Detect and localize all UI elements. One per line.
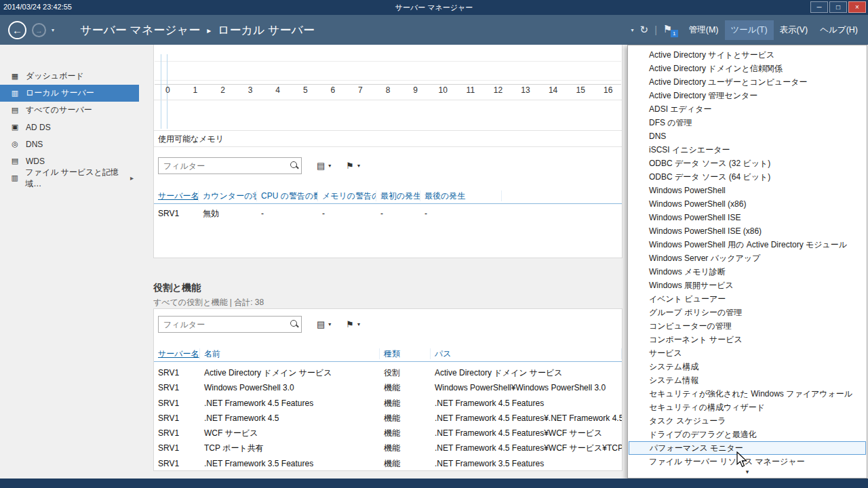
axis-tick-label: 14 (539, 85, 567, 95)
tools-menu-item[interactable]: Windows PowerShell ISE (x86) (629, 224, 866, 238)
tools-menu-item[interactable]: イベント ビューアー (629, 292, 866, 306)
chart-series-label[interactable]: 使用可能なメモリ (154, 130, 622, 147)
tools-menu-item[interactable]: Windows PowerShell (x86) (629, 197, 866, 211)
scope-caret-icon[interactable]: ▾ (631, 27, 634, 33)
tools-menu-item[interactable]: Windows PowerShell (629, 184, 866, 197)
tools-menu-item[interactable]: DFS の管理 (629, 116, 866, 129)
column-header[interactable]: 最初の発生 (376, 190, 420, 201)
nav-menu-item[interactable]: 表示(V) (774, 20, 814, 40)
filter-input[interactable] (158, 316, 302, 333)
cell-path: Active Directory ドメイン サービス (431, 365, 622, 380)
breadcrumb-current[interactable]: ローカル サーバー (218, 22, 315, 38)
tools-menu-item[interactable]: iSCSI イニシエーター (629, 143, 866, 157)
tools-menu-item[interactable]: Windows メモリ診断 (629, 265, 866, 279)
minimize-button[interactable]: ─ (810, 1, 828, 13)
tools-menu-item[interactable]: Windows 展開サービス (629, 279, 866, 292)
tools-menu-item[interactable]: セキュリティが強化された Windows ファイアウォール (629, 387, 866, 401)
breadcrumb-root[interactable]: サーバー マネージャー (80, 22, 200, 38)
table-row[interactable]: SRV1 .NET Framework 3.5 Features 機能 .NET… (154, 456, 622, 471)
forward-button[interactable]: → (32, 23, 46, 37)
tasks-button[interactable]: ⚑ ▾ (346, 319, 360, 329)
sidebar-item[interactable]: ◎ DNS ▸ (0, 136, 139, 152)
tools-menu-item[interactable]: サービス (629, 346, 866, 360)
column-header[interactable]: サーバー名 (154, 348, 200, 359)
sidebar-item[interactable]: ▥ ファイル サービスと記憶域… ▸ (0, 169, 139, 186)
column-header[interactable]: CPU の警告の数 (257, 190, 318, 201)
cell-server-name: SRV1 (154, 396, 200, 411)
tools-menu-item[interactable]: Active Directory 管理センター (629, 89, 866, 102)
tools-menu-item[interactable]: Windows Server バックアップ (629, 251, 866, 265)
table-row[interactable]: SRV1 TCP ポート共有 機能 .NET Framework 4.5 Fea… (154, 441, 622, 455)
column-header[interactable]: パス (431, 348, 622, 359)
column-header[interactable]: カウンターの状態 (199, 190, 257, 201)
saved-queries-button[interactable]: ▤ ▾ (317, 161, 331, 171)
chevron-down-icon: ▾ (357, 321, 360, 327)
saved-queries-button[interactable]: ▤ ▾ (317, 319, 331, 329)
tools-menu-item[interactable]: セキュリティの構成ウィザード (629, 401, 866, 414)
sidebar-item-icon: ▥ (9, 174, 20, 182)
tools-menu-item-label: システム構成 (649, 362, 698, 371)
table-row[interactable]: SRV1 Windows PowerShell 3.0 機能 Windows P… (154, 380, 622, 395)
tools-menu-item[interactable]: Active Directory ドメインと信頼関係 (629, 62, 866, 75)
column-header[interactable]: 種類 (380, 348, 431, 359)
back-button[interactable]: ← (8, 21, 26, 39)
nav-menu: 管理(M)ツール(T)表示(V)ヘルプ(H) (683, 20, 864, 40)
sidebar-item[interactable]: ▦ ダッシュボード ▸ (0, 68, 139, 85)
cell-type: 機能 (380, 380, 431, 395)
maximize-button[interactable]: □ (829, 1, 847, 13)
tools-menu-item[interactable]: コンピューターの管理 (629, 319, 866, 333)
nav-menu-item[interactable]: ツール(T) (725, 20, 774, 40)
tools-menu-item[interactable]: DNS (629, 129, 866, 143)
tools-menu-item[interactable]: ADSI エディター (629, 102, 866, 116)
tools-menu-item[interactable]: Windows PowerShell ISE (629, 211, 866, 224)
tools-menu-item[interactable]: ドライブのデフラグと最適化 (629, 428, 866, 441)
nav-menu-item[interactable]: 管理(M) (683, 20, 725, 40)
cell-last-occurrence: - (420, 206, 502, 221)
refresh-icon[interactable]: ↻ (640, 24, 649, 36)
column-header[interactable]: 名前 (200, 348, 380, 359)
table-row[interactable]: SRV1 WCF サービス 機能 .NET Framework 4.5 Feat… (154, 426, 622, 441)
column-header[interactable]: メモリの警告の数 (318, 190, 376, 201)
notifications-flag[interactable]: ⚑ 1 (663, 23, 677, 37)
tools-menu-item-label: サービス (649, 348, 682, 358)
tools-menu-item[interactable]: Active Directory ユーザーとコンピューター (629, 75, 866, 89)
table-row[interactable]: SRV1 Active Directory ドメイン サービス 役割 Activ… (154, 365, 622, 380)
filter-input[interactable] (158, 157, 302, 174)
nav-menu-item[interactable]: ヘルプ(H) (814, 20, 864, 40)
history-caret-icon[interactable]: ▾ (52, 27, 54, 33)
cell-name: Windows PowerShell 3.0 (200, 380, 380, 395)
tools-menu-item-label: DFS の管理 (649, 118, 692, 127)
tools-menu-item[interactable]: ODBC データ ソース (64 ビット) (629, 170, 866, 184)
window-controls: ─ □ × (810, 1, 866, 13)
tools-menu-item[interactable]: タスク スケジューラ (629, 414, 866, 428)
column-header[interactable]: 最後の発生 (420, 190, 502, 201)
nav-separator: | (654, 24, 657, 35)
table-row[interactable]: SRV1 .NET Framework 4.5 Features 機能 .NET… (154, 396, 622, 411)
tools-menu-item-label: コンポーネント サービス (649, 335, 743, 344)
chart-x-axis-line (155, 84, 621, 85)
tools-menu-item[interactable]: ODBC データ ソース (32 ビット) (629, 157, 866, 170)
tasks-button[interactable]: ⚑ ▾ (346, 161, 360, 171)
tools-menu-item-label: iSCSI イニシエーター (649, 145, 730, 155)
sidebar-item[interactable]: ▤ すべてのサーバー ▸ (0, 102, 139, 119)
menu-scroll-down-icon[interactable]: ▾ (628, 468, 867, 477)
cell-type: 機能 (380, 456, 431, 471)
chevron-down-icon: ▾ (328, 163, 331, 169)
tools-menu-item[interactable]: システム構成 (629, 360, 866, 373)
tools-menu-item-label: システム情報 (649, 375, 698, 385)
sidebar-item[interactable]: ▣ AD DS ▸ (0, 119, 139, 136)
cell-path: .NET Framework 4.5 Features¥WCF サービス (431, 426, 622, 441)
window-title: サーバー マネージャー (0, 3, 868, 13)
tools-menu-item[interactable]: システム情報 (629, 373, 866, 387)
column-header[interactable]: サーバー名 (154, 190, 199, 201)
roles-table-body: SRV1 Active Directory ドメイン サービス 役割 Activ… (154, 365, 622, 471)
tools-menu-item[interactable]: Windows PowerShell 用の Active Directory モ… (629, 238, 866, 251)
table-row[interactable]: SRV1 無効 - - - - (154, 206, 622, 221)
filter-box (158, 157, 302, 174)
table-row[interactable]: SRV1 .NET Framework 4.5 機能 .NET Framewor… (154, 411, 622, 426)
sidebar-item[interactable]: ▥ ローカル サーバー ▸ (0, 85, 139, 102)
tools-menu-item[interactable]: Active Directory サイトとサービス (629, 48, 866, 62)
tools-menu-item[interactable]: グループ ポリシーの管理 (629, 306, 866, 319)
tools-menu-item[interactable]: コンポーネント サービス (629, 333, 866, 346)
close-button[interactable]: × (848, 1, 866, 13)
